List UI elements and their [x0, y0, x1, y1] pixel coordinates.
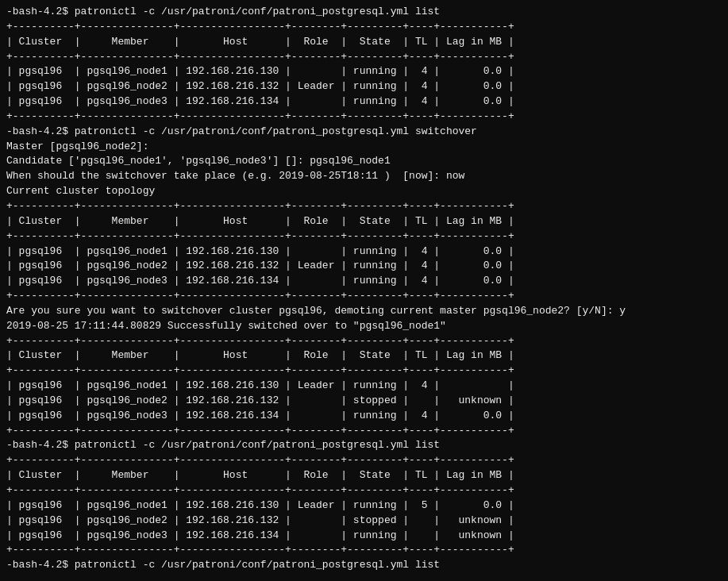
- terminal-window: -bash-4.2$ patronictl -c /usr/patroni/co…: [6, 5, 722, 573]
- terminal-output: -bash-4.2$ patronictl -c /usr/patroni/co…: [6, 5, 722, 573]
